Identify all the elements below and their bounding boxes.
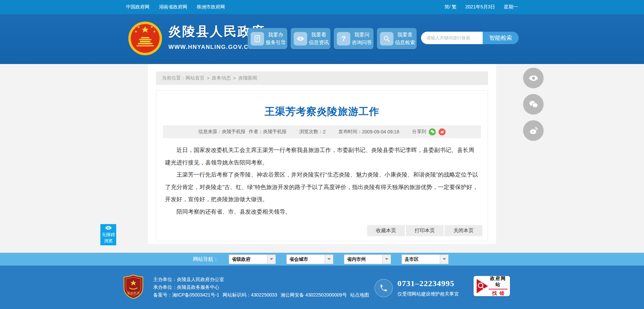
undertaker-label: 承办单位： (153, 284, 177, 290)
error-report-magnifier-icon (476, 278, 489, 294)
service-button-woyaoban[interactable]: 我要办服务引导 (248, 28, 287, 49)
meta-views: 2 (323, 129, 326, 134)
article-body: 近日，国家发改委机关工会主席王渠芳一行考察我县旅游工作，市委副书记、炎陵县委书记… (165, 144, 479, 218)
undertaker-value: 炎陵县政务服务中心 (177, 284, 219, 290)
article-paragraph: 陪同考察的还有省、市、县发改委相关领导。 (165, 206, 479, 218)
article-meta-bar: 信息来源：炎陵手机报 作者：炎陵手机报 浏览次数：2 发布时间：2009-09-… (163, 125, 481, 138)
service-button-woyaocha[interactable]: 我要查信息检索 (377, 28, 417, 49)
page-actions: 收藏本页 打印本页 关闭本页 (367, 225, 482, 236)
accessibility-browse-button[interactable]: 无障碍 浏览 (100, 224, 116, 245)
sitemap-link[interactable]: 站点地图 (350, 292, 369, 298)
service-label: 我要看信息资讯 (307, 31, 330, 46)
national-emblem-logo (128, 21, 162, 56)
organizer-value: 炎陵县人民政府办公室 (177, 277, 224, 282)
eye-icon (294, 32, 307, 45)
error-report-line1: 政府网站 (489, 276, 508, 289)
select-capital-cities-wrap: 省会城市 (286, 254, 333, 264)
breadcrumb-home[interactable]: 网站首页 (186, 75, 204, 81)
favorite-page-button[interactable]: 收藏本页 (367, 225, 405, 236)
select-province-cities-wrap: 省内市州 (344, 254, 391, 264)
site-nav-label: 网站导航： (193, 256, 218, 262)
search-button[interactable]: 智能检索 (483, 32, 519, 44)
current-date: 2021年5月3日 (465, 4, 495, 10)
phone-icon (375, 279, 393, 297)
contact-phone: 0731–22234995 (397, 279, 454, 288)
meta-publish-time: 2009-09-04 09:18 (362, 129, 399, 134)
topbar-link-zhuzhou-gov[interactable]: 株洲市政府网 (197, 4, 225, 10)
eye-icon (105, 226, 112, 231)
wechat-icon (528, 99, 539, 110)
service-label: 我要查信息检索 (393, 31, 417, 46)
footer-info: 主办单位：炎陵县人民政府办公室 承办单位：炎陵县政务服务中心 备案号：湘ICP备… (153, 276, 369, 299)
select-province-cities[interactable]: 省内市州 (344, 254, 391, 264)
breadcrumb-current[interactable]: 炎陵新闻 (238, 75, 257, 81)
icp-number: 备案号：湘ICP备05003421号-1 (153, 292, 219, 298)
content-column: 当前位置： 网站首页 > 政务动态 > 炎陵新闻 王渠芳考察炎陵旅游工作 信息来… (148, 64, 496, 244)
breadcrumb-label: 当前位置： (162, 75, 186, 81)
party-gov-badge-label: 党政机关 (127, 291, 140, 295)
accessibility-eye-button[interactable] (523, 68, 544, 88)
site-footer: 党政机关 主办单位：炎陵县人民政府办公室 承办单位：炎陵县政务服务中心 备案号：… (0, 266, 644, 309)
site-code: 网站标识码：4302250033 (223, 292, 277, 298)
article-paragraph: 近日，国家发改委机关工会主席王渠芳一行考察我县旅游工作，市委副书记、炎陵县委书记… (165, 144, 479, 169)
gov-site-error-report-badge[interactable]: 政府网站 找错 (474, 276, 510, 296)
service-label: 我要问咨询问答 (350, 31, 374, 46)
current-weekday: 星期一 (504, 4, 518, 10)
topbar-right: 简/ 繁 2021年5月3日 星期一 (445, 4, 518, 10)
meta-source: 炎陵手机报 (222, 129, 246, 135)
share-wechat-icon[interactable] (429, 128, 436, 135)
site-url: WWW.HNYANLING.GOV.CN (168, 44, 253, 51)
main-area: 当前位置： 网站首页 > 政务动态 > 炎陵新闻 王渠芳考察炎陵旅游工作 信息来… (0, 64, 644, 253)
breadcrumb-separator: > (207, 75, 210, 81)
share-label: 分享到 (412, 129, 426, 135)
quick-services: 我要办服务引导 我要看信息资讯 ? 我要问咨询问答 我要查信息检索 (248, 28, 417, 49)
weibo-share-button[interactable] (523, 120, 544, 141)
contact-phone-note: 仅受理网站建设维护相关事宜 (397, 291, 459, 297)
close-page-button[interactable]: 关闭本页 (445, 225, 482, 236)
breadcrumb-section[interactable]: 政务动态 (212, 75, 231, 81)
accessibility-label-line2: 浏览 (104, 238, 113, 243)
select-capital-cities[interactable]: 省会城市 (286, 254, 333, 264)
question-icon: ? (337, 32, 350, 45)
wechat-share-button[interactable] (523, 94, 544, 115)
lang-toggle[interactable]: 简/ 繁 (445, 4, 457, 10)
service-button-woyaowen[interactable]: ? 我要问咨询问答 (334, 28, 374, 49)
icp-line: 备案号：湘ICP备05003421号-1 网站标识码：4302250033 湘公… (153, 291, 369, 299)
share-weibo-icon[interactable] (439, 128, 446, 135)
article-title: 王渠芳考察炎陵旅游工作 (156, 105, 488, 119)
meta-author-label: 作者： (249, 129, 263, 135)
select-provincial-gov[interactable]: 省级政府 (229, 254, 276, 264)
meta-views-label: 浏览次数： (299, 129, 323, 135)
select-provincial-gov-wrap: 省级政府 (229, 254, 276, 264)
top-utility-bar: 中国政府网 湖南省政府网 株洲市政府网 简/ 繁 2021年5月3日 星期一 (0, 0, 644, 14)
service-button-woyaokan[interactable]: 我要看信息资讯 (291, 28, 330, 49)
party-gov-badge[interactable]: 党政机关 (123, 274, 144, 299)
breadcrumb-separator: > (233, 75, 236, 81)
error-report-text: 政府网站 找错 (489, 276, 508, 297)
magnifier-icon (380, 32, 393, 45)
security-record: 湘公网安备 43022502000009号 (281, 292, 347, 298)
organizer-line: 主办单位：炎陵县人民政府办公室 (153, 276, 369, 283)
search-input[interactable] (421, 32, 483, 44)
site-navigation-strip: 网站导航： 省级政府 省会城市 省内市州 县市区 (0, 253, 644, 266)
select-county-districts-wrap: 县市区 (401, 254, 449, 264)
select-county-districts[interactable]: 县市区 (401, 254, 449, 264)
article-paragraph: 王渠芳一行先后考察了炎帝陵、神农谷景区，并对炎陵实行“生态炎陵、魅力炎陵、小康炎… (165, 169, 479, 206)
accessibility-label-line1: 无障碍 (102, 232, 115, 237)
site-header: 炎陵县人民政府 WWW.HNYANLING.GOV.CN 我要办服务引导 我要看… (0, 14, 644, 64)
organizer-label: 主办单位： (153, 277, 177, 282)
floating-toolbar (523, 68, 544, 141)
meta-source-label: 信息来源： (198, 129, 222, 135)
topbar-link-china-gov[interactable]: 中国政府网 (126, 4, 150, 10)
gov-links: 中国政府网 湖南省政府网 株洲市政府网 (126, 4, 225, 10)
site-search: 智能检索 (421, 32, 519, 44)
eye-icon (528, 73, 539, 84)
undertaker-line: 承办单位：炎陵县政务服务中心 (153, 283, 369, 291)
error-report-line2: 找错 (489, 289, 508, 297)
print-page-button[interactable]: 打印本页 (406, 225, 444, 236)
breadcrumb: 当前位置： 网站首页 > 政务动态 > 炎陵新闻 (156, 71, 488, 85)
meta-publish-label: 发布时间： (339, 129, 362, 135)
meta-author: 炎陵手机报 (263, 129, 287, 135)
topbar-link-hunan-gov[interactable]: 湖南省政府网 (159, 4, 187, 10)
weibo-icon (528, 125, 539, 136)
